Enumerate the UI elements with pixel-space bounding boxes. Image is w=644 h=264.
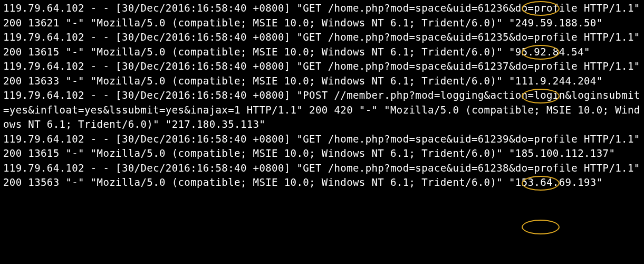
- highlight-ellipse-uid: [522, 220, 560, 234]
- terminal-log-output: 119.79.64.102 - - [30/Dec/2016:16:58:40 …: [3, 1, 641, 190]
